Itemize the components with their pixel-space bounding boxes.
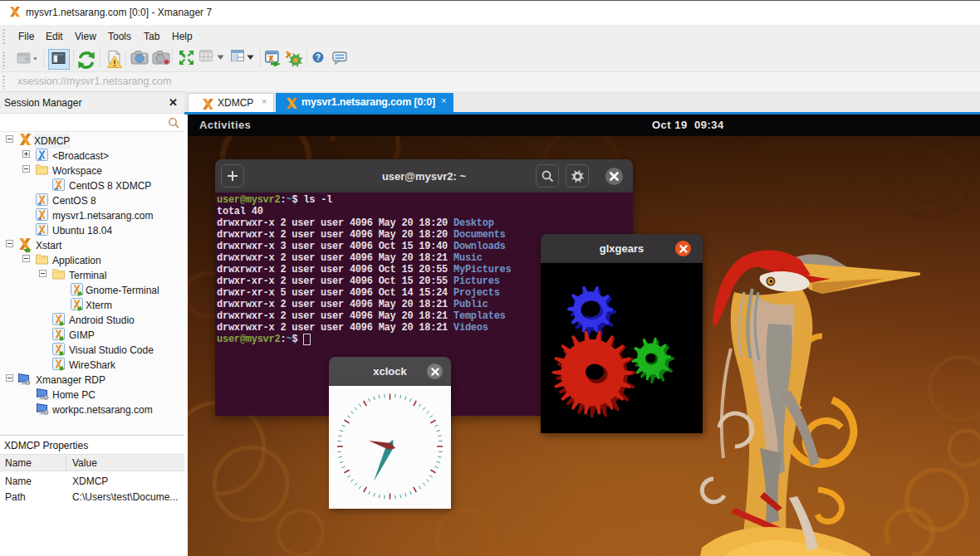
- svg-text:?: ?: [316, 53, 321, 62]
